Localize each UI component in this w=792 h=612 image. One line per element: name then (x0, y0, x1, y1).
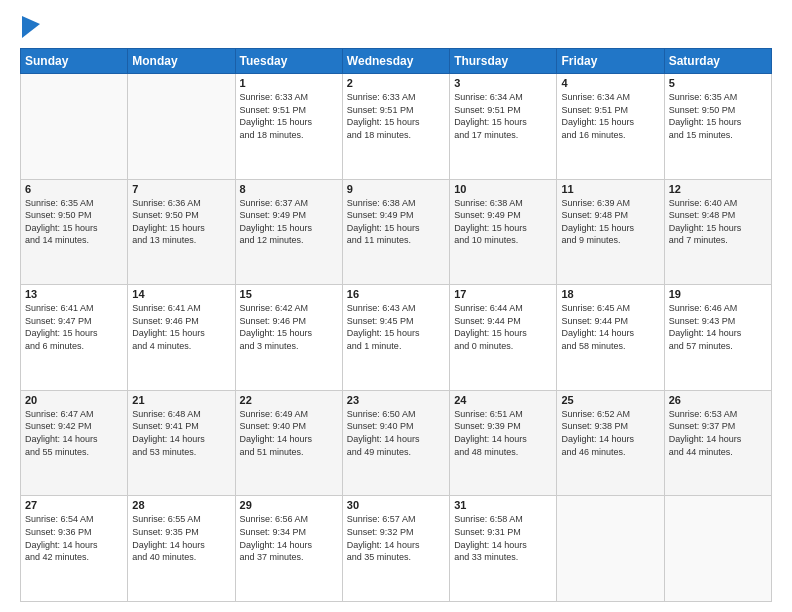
day-number: 2 (347, 77, 445, 89)
day-number: 24 (454, 394, 552, 406)
day-number: 23 (347, 394, 445, 406)
day-detail: Sunrise: 6:34 AM Sunset: 9:51 PM Dayligh… (454, 91, 552, 141)
weekday-header-row: SundayMondayTuesdayWednesdayThursdayFrid… (21, 49, 772, 74)
calendar-day: 5Sunrise: 6:35 AM Sunset: 9:50 PM Daylig… (664, 74, 771, 180)
day-detail: Sunrise: 6:36 AM Sunset: 9:50 PM Dayligh… (132, 197, 230, 247)
weekday-header: Saturday (664, 49, 771, 74)
calendar-day: 2Sunrise: 6:33 AM Sunset: 9:51 PM Daylig… (342, 74, 449, 180)
day-number: 10 (454, 183, 552, 195)
calendar-day: 30Sunrise: 6:57 AM Sunset: 9:32 PM Dayli… (342, 496, 449, 602)
day-number: 31 (454, 499, 552, 511)
day-detail: Sunrise: 6:46 AM Sunset: 9:43 PM Dayligh… (669, 302, 767, 352)
weekday-header: Friday (557, 49, 664, 74)
day-detail: Sunrise: 6:49 AM Sunset: 9:40 PM Dayligh… (240, 408, 338, 458)
day-detail: Sunrise: 6:37 AM Sunset: 9:49 PM Dayligh… (240, 197, 338, 247)
calendar-day: 13Sunrise: 6:41 AM Sunset: 9:47 PM Dayli… (21, 285, 128, 391)
day-number: 7 (132, 183, 230, 195)
calendar-day (557, 496, 664, 602)
calendar-day: 19Sunrise: 6:46 AM Sunset: 9:43 PM Dayli… (664, 285, 771, 391)
day-number: 12 (669, 183, 767, 195)
day-number: 20 (25, 394, 123, 406)
calendar-week-row: 27Sunrise: 6:54 AM Sunset: 9:36 PM Dayli… (21, 496, 772, 602)
day-detail: Sunrise: 6:40 AM Sunset: 9:48 PM Dayligh… (669, 197, 767, 247)
day-number: 4 (561, 77, 659, 89)
calendar-day: 24Sunrise: 6:51 AM Sunset: 9:39 PM Dayli… (450, 390, 557, 496)
day-detail: Sunrise: 6:35 AM Sunset: 9:50 PM Dayligh… (669, 91, 767, 141)
day-detail: Sunrise: 6:39 AM Sunset: 9:48 PM Dayligh… (561, 197, 659, 247)
day-detail: Sunrise: 6:54 AM Sunset: 9:36 PM Dayligh… (25, 513, 123, 563)
calendar-day: 17Sunrise: 6:44 AM Sunset: 9:44 PM Dayli… (450, 285, 557, 391)
day-number: 29 (240, 499, 338, 511)
calendar-day: 4Sunrise: 6:34 AM Sunset: 9:51 PM Daylig… (557, 74, 664, 180)
day-detail: Sunrise: 6:47 AM Sunset: 9:42 PM Dayligh… (25, 408, 123, 458)
calendar-day: 28Sunrise: 6:55 AM Sunset: 9:35 PM Dayli… (128, 496, 235, 602)
day-detail: Sunrise: 6:57 AM Sunset: 9:32 PM Dayligh… (347, 513, 445, 563)
day-number: 1 (240, 77, 338, 89)
day-number: 27 (25, 499, 123, 511)
calendar-day: 23Sunrise: 6:50 AM Sunset: 9:40 PM Dayli… (342, 390, 449, 496)
calendar-day: 21Sunrise: 6:48 AM Sunset: 9:41 PM Dayli… (128, 390, 235, 496)
header (20, 18, 772, 38)
day-number: 11 (561, 183, 659, 195)
calendar-week-row: 1Sunrise: 6:33 AM Sunset: 9:51 PM Daylig… (21, 74, 772, 180)
day-detail: Sunrise: 6:51 AM Sunset: 9:39 PM Dayligh… (454, 408, 552, 458)
day-detail: Sunrise: 6:38 AM Sunset: 9:49 PM Dayligh… (454, 197, 552, 247)
svg-marker-0 (22, 16, 40, 38)
calendar-day: 25Sunrise: 6:52 AM Sunset: 9:38 PM Dayli… (557, 390, 664, 496)
day-number: 15 (240, 288, 338, 300)
day-number: 21 (132, 394, 230, 406)
day-detail: Sunrise: 6:44 AM Sunset: 9:44 PM Dayligh… (454, 302, 552, 352)
calendar-day: 7Sunrise: 6:36 AM Sunset: 9:50 PM Daylig… (128, 179, 235, 285)
day-number: 19 (669, 288, 767, 300)
calendar-week-row: 6Sunrise: 6:35 AM Sunset: 9:50 PM Daylig… (21, 179, 772, 285)
day-detail: Sunrise: 6:33 AM Sunset: 9:51 PM Dayligh… (240, 91, 338, 141)
calendar-day: 9Sunrise: 6:38 AM Sunset: 9:49 PM Daylig… (342, 179, 449, 285)
calendar-day: 31Sunrise: 6:58 AM Sunset: 9:31 PM Dayli… (450, 496, 557, 602)
logo-icon (22, 16, 40, 38)
calendar-day: 12Sunrise: 6:40 AM Sunset: 9:48 PM Dayli… (664, 179, 771, 285)
calendar-day: 11Sunrise: 6:39 AM Sunset: 9:48 PM Dayli… (557, 179, 664, 285)
weekday-header: Wednesday (342, 49, 449, 74)
day-number: 30 (347, 499, 445, 511)
day-number: 16 (347, 288, 445, 300)
day-number: 22 (240, 394, 338, 406)
calendar-day: 8Sunrise: 6:37 AM Sunset: 9:49 PM Daylig… (235, 179, 342, 285)
day-detail: Sunrise: 6:58 AM Sunset: 9:31 PM Dayligh… (454, 513, 552, 563)
day-number: 18 (561, 288, 659, 300)
weekday-header: Monday (128, 49, 235, 74)
day-detail: Sunrise: 6:48 AM Sunset: 9:41 PM Dayligh… (132, 408, 230, 458)
day-number: 9 (347, 183, 445, 195)
calendar-day: 29Sunrise: 6:56 AM Sunset: 9:34 PM Dayli… (235, 496, 342, 602)
day-number: 25 (561, 394, 659, 406)
calendar-day: 27Sunrise: 6:54 AM Sunset: 9:36 PM Dayli… (21, 496, 128, 602)
calendar-day: 26Sunrise: 6:53 AM Sunset: 9:37 PM Dayli… (664, 390, 771, 496)
weekday-header: Tuesday (235, 49, 342, 74)
day-detail: Sunrise: 6:42 AM Sunset: 9:46 PM Dayligh… (240, 302, 338, 352)
calendar-day: 3Sunrise: 6:34 AM Sunset: 9:51 PM Daylig… (450, 74, 557, 180)
day-detail: Sunrise: 6:52 AM Sunset: 9:38 PM Dayligh… (561, 408, 659, 458)
page: SundayMondayTuesdayWednesdayThursdayFrid… (0, 0, 792, 612)
day-number: 3 (454, 77, 552, 89)
weekday-header: Sunday (21, 49, 128, 74)
day-detail: Sunrise: 6:33 AM Sunset: 9:51 PM Dayligh… (347, 91, 445, 141)
day-number: 14 (132, 288, 230, 300)
calendar-day: 22Sunrise: 6:49 AM Sunset: 9:40 PM Dayli… (235, 390, 342, 496)
day-number: 6 (25, 183, 123, 195)
day-detail: Sunrise: 6:34 AM Sunset: 9:51 PM Dayligh… (561, 91, 659, 141)
calendar-day (664, 496, 771, 602)
calendar-day: 10Sunrise: 6:38 AM Sunset: 9:49 PM Dayli… (450, 179, 557, 285)
calendar-day: 6Sunrise: 6:35 AM Sunset: 9:50 PM Daylig… (21, 179, 128, 285)
day-detail: Sunrise: 6:43 AM Sunset: 9:45 PM Dayligh… (347, 302, 445, 352)
day-number: 26 (669, 394, 767, 406)
calendar-day: 15Sunrise: 6:42 AM Sunset: 9:46 PM Dayli… (235, 285, 342, 391)
calendar-day: 18Sunrise: 6:45 AM Sunset: 9:44 PM Dayli… (557, 285, 664, 391)
calendar-day: 1Sunrise: 6:33 AM Sunset: 9:51 PM Daylig… (235, 74, 342, 180)
day-number: 17 (454, 288, 552, 300)
day-detail: Sunrise: 6:38 AM Sunset: 9:49 PM Dayligh… (347, 197, 445, 247)
calendar-day (128, 74, 235, 180)
calendar-week-row: 13Sunrise: 6:41 AM Sunset: 9:47 PM Dayli… (21, 285, 772, 391)
weekday-header: Thursday (450, 49, 557, 74)
day-number: 28 (132, 499, 230, 511)
day-detail: Sunrise: 6:50 AM Sunset: 9:40 PM Dayligh… (347, 408, 445, 458)
calendar-day (21, 74, 128, 180)
